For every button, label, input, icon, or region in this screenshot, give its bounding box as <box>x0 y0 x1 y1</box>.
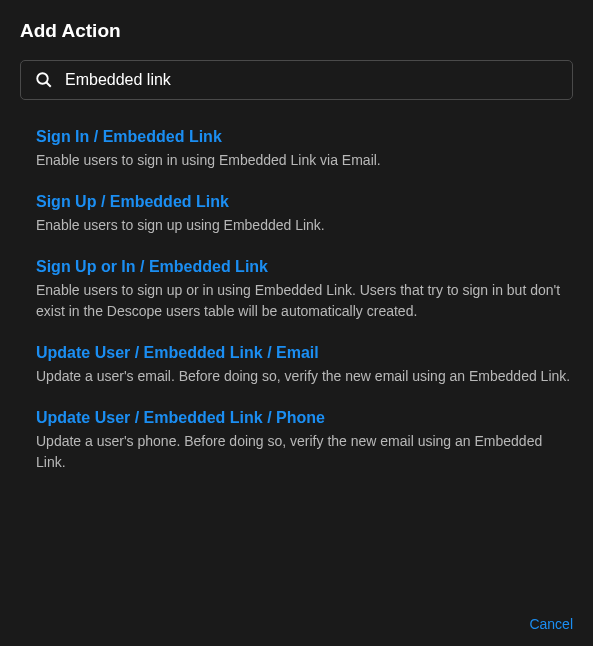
svg-point-0 <box>37 73 48 84</box>
result-title[interactable]: Update User / Embedded Link / Email <box>36 344 573 362</box>
cancel-button[interactable]: Cancel <box>529 616 573 632</box>
result-description: Enable users to sign up using Embedded L… <box>36 215 573 236</box>
result-title[interactable]: Sign In / Embedded Link <box>36 128 573 146</box>
result-title[interactable]: Sign Up / Embedded Link <box>36 193 573 211</box>
search-input[interactable] <box>65 71 558 89</box>
result-description: Enable users to sign up or in using Embe… <box>36 280 573 322</box>
result-title[interactable]: Sign Up or In / Embedded Link <box>36 258 573 276</box>
result-title[interactable]: Update User / Embedded Link / Phone <box>36 409 573 427</box>
page-title: Add Action <box>20 20 573 42</box>
search-icon <box>35 71 53 89</box>
result-item[interactable]: Update User / Embedded Link / Email Upda… <box>36 344 573 387</box>
result-item[interactable]: Sign Up or In / Embedded Link Enable use… <box>36 258 573 322</box>
result-item[interactable]: Sign Up / Embedded Link Enable users to … <box>36 193 573 236</box>
result-description: Update a user's email. Before doing so, … <box>36 366 573 387</box>
result-item[interactable]: Sign In / Embedded Link Enable users to … <box>36 128 573 171</box>
svg-line-1 <box>46 82 51 87</box>
search-container[interactable] <box>20 60 573 100</box>
results-list: Sign In / Embedded Link Enable users to … <box>20 128 573 473</box>
result-description: Update a user's phone. Before doing so, … <box>36 431 573 473</box>
result-description: Enable users to sign in using Embedded L… <box>36 150 573 171</box>
result-item[interactable]: Update User / Embedded Link / Phone Upda… <box>36 409 573 473</box>
